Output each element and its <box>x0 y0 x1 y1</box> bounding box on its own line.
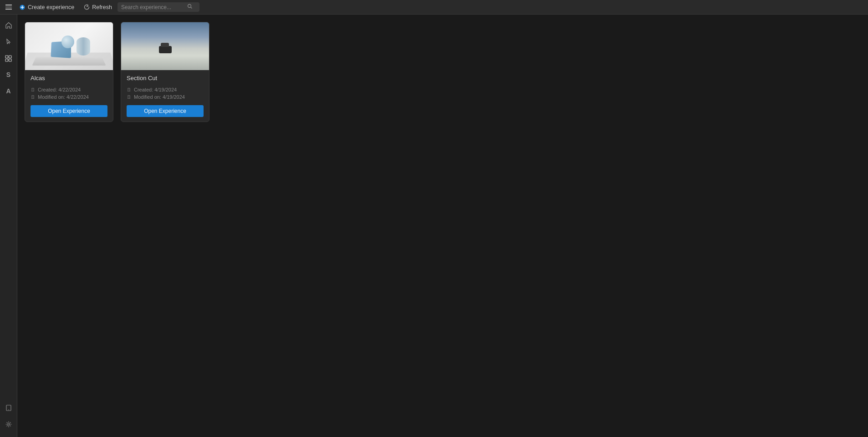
open-experience-button-alcas[interactable]: Open Experience <box>31 105 107 117</box>
search-icon <box>187 4 193 10</box>
modified-date-alcas: Modified on: 4/22/2024 <box>38 94 89 100</box>
topbar: Create experience Refresh <box>0 0 868 15</box>
create-experience-label: Create experience <box>28 4 74 10</box>
svg-rect-3 <box>9 56 12 58</box>
meta-created-section-cut: 🗓 Created: 4/19/2024 <box>127 87 204 92</box>
refresh-label: Refresh <box>92 4 112 10</box>
calendar-icon-modified-alcas: 🗓 <box>31 94 36 100</box>
svg-point-6 <box>8 409 9 410</box>
meta-created-alcas: 🗓 Created: 4/22/2024 <box>31 87 107 92</box>
svg-rect-5 <box>9 59 12 61</box>
meta-modified-section-cut: 🗓 Modified on: 4/19/2024 <box>127 94 204 100</box>
cards-grid: Alcas 🗓 Created: 4/22/2024 🗓 Modified on… <box>25 22 861 122</box>
content-area: Alcas 🗓 Created: 4/22/2024 🗓 Modified on… <box>17 15 868 437</box>
sidebar-item-s-tool[interactable]: S <box>1 67 16 82</box>
create-experience-button[interactable]: Create experience <box>15 2 78 12</box>
card-title-section-cut: Section Cut <box>127 75 204 81</box>
calendar-icon-created-section-cut: 🗓 <box>127 87 132 92</box>
main-layout: 3D Data Library S A <box>0 15 868 437</box>
svg-point-1 <box>188 5 191 8</box>
svg-rect-4 <box>5 59 8 61</box>
vehicle-shape <box>159 46 172 53</box>
svg-rect-2 <box>5 56 8 58</box>
sidebar-item-settings[interactable] <box>1 417 16 432</box>
search-container[interactable] <box>117 2 199 12</box>
card-body-alcas: Alcas 🗓 Created: 4/22/2024 🗓 Modified on… <box>25 70 113 122</box>
card-body-section-cut: Section Cut 🗓 Created: 4/19/2024 🗓 Modif… <box>121 70 209 122</box>
sidebar-item-home[interactable] <box>1 18 16 33</box>
create-experience-icon <box>19 4 26 10</box>
open-experience-button-section-cut[interactable]: Open Experience <box>127 105 204 117</box>
meta-modified-alcas: 🗓 Modified on: 4/22/2024 <box>31 94 107 100</box>
sidebar: 3D Data Library S A <box>0 15 17 437</box>
sidebar-item-cursor[interactable] <box>1 35 16 49</box>
refresh-button[interactable]: Refresh <box>80 2 116 12</box>
experience-card-alcas[interactable]: Alcas 🗓 Created: 4/22/2024 🗓 Modified on… <box>25 22 113 122</box>
card-meta-alcas: 🗓 Created: 4/22/2024 🗓 Modified on: 4/22… <box>31 87 107 100</box>
calendar-icon-modified-section-cut: 🗓 <box>127 94 132 100</box>
search-input[interactable] <box>121 4 185 10</box>
card-title-alcas: Alcas <box>31 75 107 81</box>
sidebar-item-data-library[interactable]: 3D Data Library <box>1 51 16 66</box>
sidebar-item-a-tool[interactable]: A <box>1 84 16 98</box>
refresh-icon <box>83 4 90 10</box>
created-date-alcas: Created: 4/22/2024 <box>38 87 81 92</box>
created-date-section-cut: Created: 4/19/2024 <box>134 87 177 92</box>
card-meta-section-cut: 🗓 Created: 4/19/2024 🗓 Modified on: 4/19… <box>127 87 204 100</box>
card-thumbnail-section-cut <box>121 22 209 70</box>
modified-date-section-cut: Modified on: 4/19/2024 <box>134 94 185 100</box>
calendar-icon-created-alcas: 🗓 <box>31 87 36 92</box>
card-thumbnail-alcas <box>25 22 113 70</box>
menu-button[interactable] <box>4 3 14 11</box>
sidebar-item-phone[interactable] <box>1 401 16 415</box>
svg-point-7 <box>8 423 10 425</box>
experience-card-section-cut[interactable]: Section Cut 🗓 Created: 4/19/2024 🗓 Modif… <box>121 22 209 122</box>
